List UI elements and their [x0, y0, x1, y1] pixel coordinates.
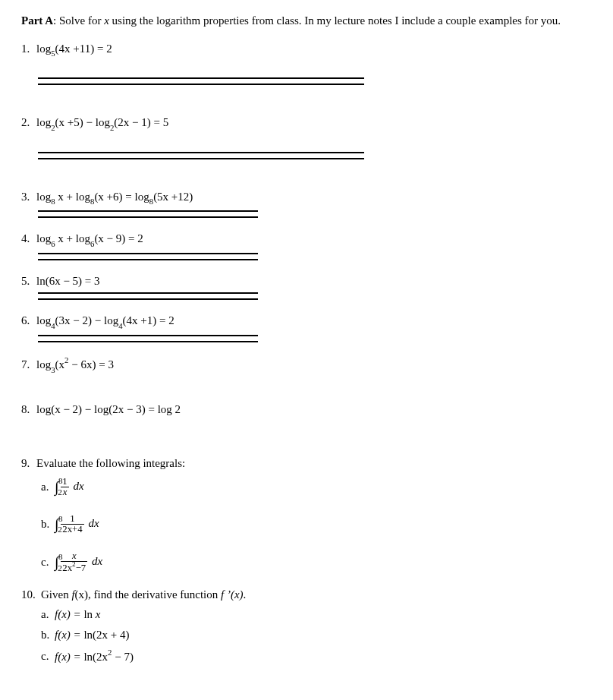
part-a-intro: Part A: Solve for x using the logarithm … — [21, 14, 592, 28]
log-arg: (4x +11) = 2 — [55, 43, 112, 55]
problem-10: 10. Given f(x), find the derivative func… — [21, 588, 592, 664]
problem-4: 4. log6 x + log6(x − 9) = 2 — [21, 232, 592, 248]
equation: f(x) = ln x — [55, 607, 101, 622]
problem-2: 2. log2(x +5) − log2(2x − 1) = 5 — [21, 115, 592, 131]
problem-6: 6. log4(3x − 2) − log4(4x +1) = 2 — [21, 314, 592, 330]
equation: log2(x +5) − log2(2x − 1) = 5 — [36, 115, 168, 131]
equation: log3(x2 − 6x) = 3 — [36, 356, 114, 374]
problem-7: 7. log3(x2 − 6x) = 3 — [21, 356, 592, 374]
equation: log5(4x +11) = 2 — [36, 42, 112, 58]
answer-rule — [38, 77, 364, 85]
subpart-letter: a. — [41, 480, 55, 494]
subpart-letter: c. — [41, 649, 55, 664]
problem-prompt: Given f(x), find the derivative function… — [41, 588, 246, 602]
subpart-letter: c. — [41, 555, 55, 569]
answer-rule — [38, 152, 364, 159]
problem-9: 9. Evaluate the following integrals: a. … — [21, 456, 592, 573]
problem-number: 10. — [21, 588, 41, 602]
intro-var: x — [104, 14, 109, 27]
subpart-9b: b. ∫28 12x+4 dx — [41, 514, 592, 534]
equation: log8 x + log8(x +6) = log8(5x +12) — [36, 190, 193, 206]
worksheet-page: Part A: Solve for x using the logarithm … — [0, 0, 613, 693]
problem-prompt: Evaluate the following integrals: — [36, 456, 185, 471]
log-base: 5 — [51, 49, 55, 58]
problem-3: 3. log8 x + log8(x +6) = log8(5x +12) — [21, 190, 592, 206]
fraction: x2x2−7 — [61, 551, 87, 573]
problem-number: 9. — [21, 456, 36, 471]
equation: log(x − 2) − log(2x − 3) = log 2 — [36, 402, 181, 417]
problem-number: 2. — [21, 115, 36, 130]
integral-sign-icon: ∫28 — [55, 478, 59, 497]
problem-number: 1. — [21, 42, 36, 56]
part-label: Part A — [21, 14, 53, 27]
answer-rule — [38, 292, 258, 300]
subpart-letter: b. — [41, 628, 55, 642]
subpart-letter: b. — [41, 517, 55, 531]
integral-expr: ∫28 x2x2−7 dx — [55, 551, 102, 573]
integral-expr: ∫28 12x+4 dx — [55, 514, 99, 534]
integral-sign-icon: ∫28 — [55, 553, 59, 572]
log-fn: log — [36, 43, 51, 55]
equation: f(x) = ln(2x2 − 7) — [55, 648, 134, 664]
answer-rule — [38, 210, 258, 218]
subpart-10b: b. f(x) = ln(2x + 4) — [41, 628, 592, 642]
problem-number: 5. — [21, 274, 36, 289]
answer-rule — [38, 335, 258, 342]
fraction: 12x+4 — [61, 514, 83, 534]
problem-number: 6. — [21, 314, 36, 328]
equation: log6 x + log6(x − 9) = 2 — [36, 232, 143, 248]
problem-5: 5. ln(6x − 5) = 3 — [21, 274, 592, 289]
intro-text-1: : Solve for — [53, 14, 104, 27]
problem-8: 8. log(x − 2) − log(2x − 3) = log 2 — [21, 402, 592, 417]
problem-number: 8. — [21, 402, 36, 417]
answer-rule — [38, 253, 258, 260]
equation: f(x) = ln(2x + 4) — [55, 628, 130, 642]
equation: ln(6x − 5) = 3 — [36, 274, 100, 289]
problem-number: 4. — [21, 232, 36, 246]
subpart-10c: c. f(x) = ln(2x2 − 7) — [41, 648, 592, 664]
subpart-letter: a. — [41, 607, 55, 622]
subpart-10a: a. f(x) = ln x — [41, 607, 592, 622]
integral-expr: ∫28 1x dx — [55, 477, 84, 497]
intro-text-2: using the logarithm properties from clas… — [109, 14, 561, 27]
integral-sign-icon: ∫28 — [55, 515, 59, 534]
problem-1: 1. log5(4x +11) = 2 — [21, 42, 592, 58]
equation: log4(3x − 2) − log4(4x +1) = 2 — [36, 314, 174, 330]
subpart-9c: c. ∫28 x2x2−7 dx — [41, 551, 592, 573]
problem-number: 7. — [21, 358, 36, 372]
problem-number: 3. — [21, 190, 36, 204]
subpart-9a: a. ∫28 1x dx — [41, 477, 592, 497]
